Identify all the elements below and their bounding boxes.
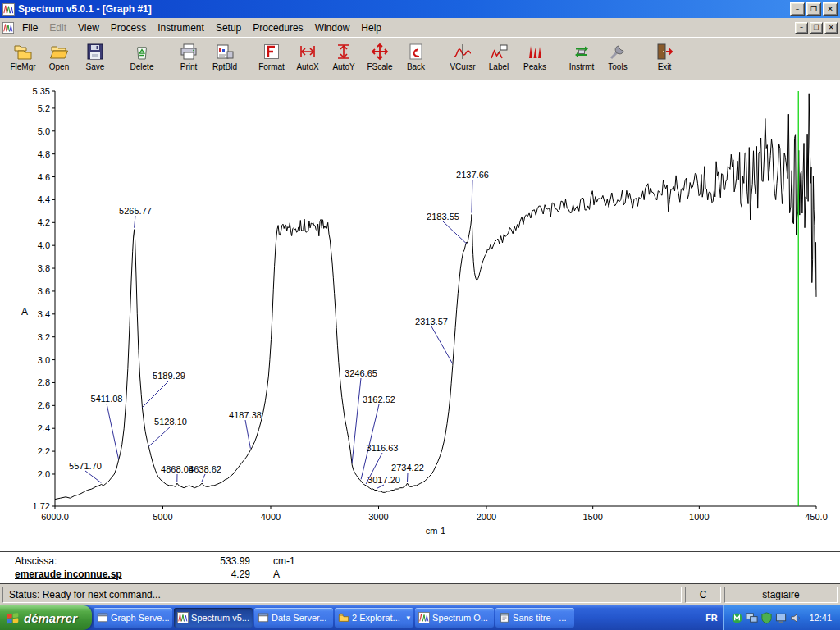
toolbar-button-label: Tools bbox=[608, 62, 627, 71]
readout-panel: Abscissa: 533.99 cm-1 emeraude inconnue.… bbox=[0, 551, 840, 584]
chart-area[interactable]: 5.355.25.04.84.64.44.24.03.83.63.43.23.0… bbox=[0, 80, 840, 551]
toolbar-button-label: Label bbox=[489, 62, 509, 71]
fscale-icon bbox=[369, 42, 390, 62]
toolbar-save-button[interactable]: Save bbox=[77, 39, 113, 79]
x-tick-label: 3000 bbox=[368, 512, 388, 522]
y-tick-label: 3.0 bbox=[38, 355, 50, 365]
toolbar-button-label: Save bbox=[86, 62, 105, 71]
toolbar-instrmt-button[interactable]: Instrmt bbox=[564, 39, 600, 79]
toolbar-exit-button[interactable]: Exit bbox=[646, 39, 682, 79]
peak-leader-line bbox=[352, 378, 361, 463]
monitor-icon[interactable] bbox=[775, 612, 788, 624]
peak-leader-line bbox=[377, 485, 384, 489]
abscissa-unit: cm-1 bbox=[250, 555, 840, 567]
volume-icon[interactable] bbox=[790, 612, 802, 624]
y-tick-label: 2.0 bbox=[38, 469, 50, 479]
toolbar-label-button[interactable]: Label bbox=[481, 39, 517, 79]
autoy-icon bbox=[333, 42, 354, 62]
menu-instrument[interactable]: Instrument bbox=[152, 19, 210, 37]
toolbar-fscale-button[interactable]: FScale bbox=[362, 39, 398, 79]
y-tick-label: 2.2 bbox=[38, 446, 50, 456]
toolbar-vcursr-button[interactable]: VCursr bbox=[445, 39, 481, 79]
start-button[interactable]: démarrer bbox=[0, 605, 92, 630]
y-tick-label: 3.6 bbox=[38, 286, 50, 296]
taskbar-task-spectrum-o[interactable]: Spectrum O... bbox=[415, 608, 494, 628]
menu-window[interactable]: Window bbox=[309, 19, 356, 37]
status-user: stagiaire bbox=[724, 587, 838, 603]
peak-leader-line bbox=[107, 404, 118, 459]
menu-view[interactable]: View bbox=[72, 19, 105, 37]
toolbar-autox-button[interactable]: AutoX bbox=[290, 39, 326, 79]
toolbar-open-button[interactable]: Open bbox=[41, 39, 77, 79]
abscissa-value: 533.99 bbox=[199, 555, 250, 567]
windows-logo-icon bbox=[6, 611, 20, 625]
menu-setup[interactable]: Setup bbox=[210, 19, 247, 37]
mdi-close-button[interactable]: ✕ bbox=[824, 22, 838, 34]
taskbar-task-spectrum-v5[interactable]: Spectrum v5... bbox=[174, 608, 253, 628]
vcursr-icon bbox=[452, 42, 473, 62]
toolbar-back-button[interactable]: Back bbox=[398, 39, 434, 79]
menu-process[interactable]: Process bbox=[105, 19, 152, 37]
spectrum-trace bbox=[55, 94, 816, 500]
toolbar-group: VCursrLabelPeaks bbox=[445, 39, 553, 79]
menu-file[interactable]: File bbox=[16, 19, 43, 37]
peak-label: 5128.10 bbox=[154, 417, 187, 427]
peak-label: 4187.38 bbox=[229, 410, 262, 420]
screen: Spectrum v5.0.1 - [Graph #1] – ❐ ✕ FileE… bbox=[0, 0, 840, 630]
toolbar-peaks-button[interactable]: Peaks bbox=[517, 39, 553, 79]
toolbar-rptbld-button[interactable]: RptBld bbox=[207, 39, 243, 79]
x-tick-label: 1000 bbox=[689, 512, 709, 522]
toolbar-group: InstrmtTools bbox=[564, 39, 636, 79]
msn-icon[interactable] bbox=[731, 612, 743, 624]
close-button[interactable]: ✕ bbox=[823, 2, 838, 16]
x-tick-label: 450.0 bbox=[805, 512, 828, 522]
toolbar: FleMgrOpenSaveDeletePrintRptBldFormatAut… bbox=[0, 37, 840, 80]
exit-icon bbox=[654, 42, 675, 62]
task-label: 2 Explorat... bbox=[352, 613, 400, 623]
graph-document-icon bbox=[2, 22, 14, 34]
y-tick-label: 5.35 bbox=[33, 86, 50, 96]
taskbar-task-data-server[interactable]: Data Server... bbox=[254, 608, 333, 628]
abscissa-label: Abscissa: bbox=[15, 555, 199, 567]
menu-help[interactable]: Help bbox=[355, 19, 387, 37]
menu-procedures[interactable]: Procedures bbox=[247, 19, 308, 37]
y-axis-title: A bbox=[21, 306, 28, 317]
mdi-minimize-button[interactable]: – bbox=[795, 22, 808, 34]
spectrum-filename[interactable]: emeraude inconnue.sp bbox=[15, 568, 199, 580]
toolbar-button-label: Peaks bbox=[523, 62, 546, 71]
peak-leader-line bbox=[472, 180, 472, 213]
toolbar-format-button[interactable]: Format bbox=[253, 39, 290, 79]
toolbar-delete-button[interactable]: Delete bbox=[124, 39, 160, 79]
toolbar-button-label: FScale bbox=[367, 62, 392, 71]
minimize-button[interactable]: – bbox=[790, 2, 805, 16]
y-tick-label: 2.8 bbox=[38, 377, 50, 387]
peak-leader-line bbox=[431, 326, 453, 364]
format-icon bbox=[261, 42, 282, 62]
restore-button[interactable]: ❐ bbox=[806, 2, 821, 16]
taskbar-task-sans-titre[interactable]: Sans titre - ... bbox=[495, 608, 574, 628]
toolbar-print-button[interactable]: Print bbox=[171, 39, 207, 79]
label-icon bbox=[488, 42, 509, 62]
task-label: Data Server... bbox=[272, 613, 326, 623]
peak-label: 2313.57 bbox=[415, 317, 448, 326]
spectrum-plot[interactable]: 5.355.25.04.84.64.44.24.03.83.63.43.23.0… bbox=[0, 80, 840, 551]
task-label: Spectrum O... bbox=[432, 613, 488, 623]
toolbar-tools-button[interactable]: Tools bbox=[600, 39, 636, 79]
peak-label: 2734.22 bbox=[391, 463, 424, 472]
status-message: Status: Ready for next command... bbox=[2, 587, 682, 603]
language-indicator[interactable]: FR bbox=[700, 605, 723, 630]
mdi-restore-button[interactable]: ❐ bbox=[810, 22, 823, 34]
taskbar-task-2-explorat[interactable]: 2 Explorat...▾ bbox=[335, 608, 413, 628]
toolbar-button-label: VCursr bbox=[450, 62, 475, 71]
x-axis-title: cm-1 bbox=[426, 526, 445, 536]
menu-edit: Edit bbox=[43, 19, 72, 37]
peak-label: 4638.62 bbox=[189, 464, 221, 474]
toolbar-button-label: Instrmt bbox=[569, 62, 595, 71]
shield-icon[interactable] bbox=[760, 612, 773, 624]
monitor2-icon[interactable] bbox=[746, 612, 758, 624]
toolbar-flemgr-button[interactable]: FleMgr bbox=[5, 39, 41, 79]
toolbar-autoy-button[interactable]: AutoY bbox=[326, 39, 362, 79]
toolbar-button-label: AutoX bbox=[296, 62, 318, 71]
toolbar-group: Delete bbox=[124, 39, 160, 79]
taskbar-task-graph-serve[interactable]: Graph Serve... bbox=[94, 608, 172, 628]
